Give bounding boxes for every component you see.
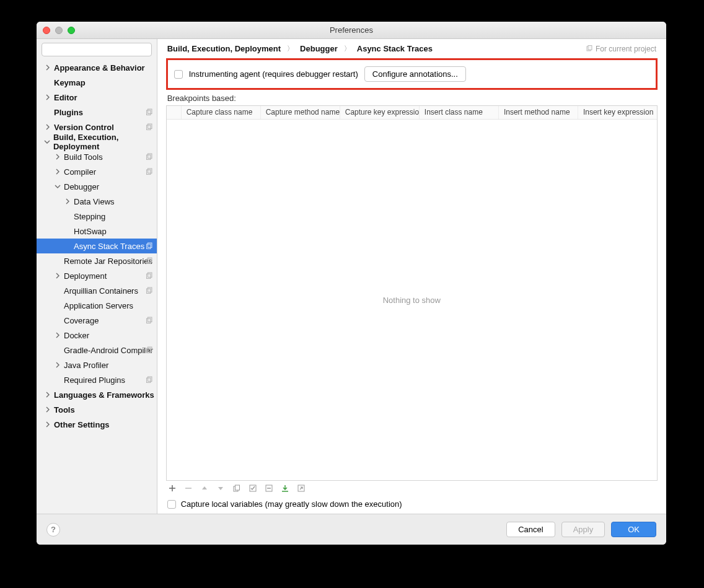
chevron-right-icon[interactable] xyxy=(54,168,61,175)
sidebar-item-label: Stepping xyxy=(74,212,105,221)
remove-icon[interactable] xyxy=(183,483,193,493)
chevron-right-icon[interactable] xyxy=(44,421,51,428)
chevron-right-icon[interactable] xyxy=(44,64,51,71)
sidebar-item-label: Languages & Frameworks xyxy=(54,390,154,400)
sidebar-item-deployment[interactable]: Deployment xyxy=(37,268,157,283)
sidebar-item-data-views[interactable]: Data Views xyxy=(37,194,157,209)
svg-rect-19 xyxy=(147,317,152,322)
sidebar-item-languages-frameworks[interactable]: Languages & Frameworks xyxy=(37,387,157,402)
sidebar-item-application-servers[interactable]: Application Servers xyxy=(37,298,157,313)
sidebar-item-label: Docker xyxy=(64,331,89,340)
sidebar-item-label: Async Stack Traces xyxy=(74,242,144,251)
help-button[interactable]: ? xyxy=(46,523,60,537)
chevron-none xyxy=(54,257,61,265)
sidebar-item-plugins[interactable]: Plugins xyxy=(37,105,157,120)
chevron-down-icon[interactable] xyxy=(54,183,61,190)
chevron-down-icon[interactable] xyxy=(44,138,51,146)
chevron-none xyxy=(44,108,51,116)
sidebar-item-label: Coverage xyxy=(64,316,99,325)
sidebar-item-label: Arquillian Containers xyxy=(64,286,138,296)
sidebar-item-editor[interactable]: Editor xyxy=(37,90,157,105)
enable-icon[interactable] xyxy=(248,483,258,493)
table-column-2[interactable]: Capture key expression xyxy=(340,106,420,119)
ok-button[interactable]: OK xyxy=(611,522,656,537)
breadcrumb-debugger[interactable]: Debugger xyxy=(300,44,338,53)
breakpoints-label: Breakpoints based: xyxy=(157,92,666,104)
project-scope-icon xyxy=(146,153,153,160)
svg-rect-27 xyxy=(235,485,239,490)
sidebar-item-label: Remote Jar Repositories xyxy=(64,257,152,266)
svg-rect-3 xyxy=(147,109,152,114)
sidebar-item-build-tools[interactable]: Build Tools xyxy=(37,149,157,164)
sidebar-item-compiler[interactable]: Compiler xyxy=(37,164,157,179)
table-column-0[interactable]: Capture class name xyxy=(182,106,261,119)
window-controls xyxy=(37,27,75,34)
svg-rect-21 xyxy=(147,347,152,352)
svg-rect-5 xyxy=(147,124,152,129)
import-icon[interactable] xyxy=(280,483,290,493)
add-icon[interactable] xyxy=(167,483,177,493)
table-column-5[interactable]: Insert key expression xyxy=(578,106,657,119)
chevron-right-icon[interactable] xyxy=(44,391,51,398)
sidebar-item-label: Build, Execution, Deployment xyxy=(53,133,157,151)
chevron-right-icon[interactable] xyxy=(54,361,61,369)
configure-annotations-button[interactable]: Configure annotations... xyxy=(364,66,466,82)
chevron-right-icon[interactable] xyxy=(44,94,51,101)
project-scope-icon xyxy=(146,346,153,354)
settings-tree: Appearance & BehaviorKeymapEditorPlugins… xyxy=(37,60,157,514)
zoom-window-button[interactable] xyxy=(68,27,75,34)
move-up-icon[interactable] xyxy=(200,483,209,493)
svg-rect-11 xyxy=(147,243,152,248)
sidebar-item-label: Deployment xyxy=(64,271,107,281)
close-window-button[interactable] xyxy=(43,27,50,34)
chevron-right-icon: 〉 xyxy=(344,44,351,53)
breakpoints-table: Capture class name Capture method name C… xyxy=(166,105,658,481)
sidebar-item-remote-jar-repositories[interactable]: Remote Jar Repositories xyxy=(37,253,157,268)
sidebar-item-tools[interactable]: Tools xyxy=(37,402,157,417)
sidebar-item-coverage[interactable]: Coverage xyxy=(37,313,157,328)
sidebar-item-gradle-android-compiler[interactable]: Gradle-Android Compiler xyxy=(37,343,157,358)
export-icon[interactable] xyxy=(296,483,306,493)
project-scope-icon xyxy=(146,242,153,250)
table-column-4[interactable]: Insert method name xyxy=(499,106,578,119)
apply-button[interactable]: Apply xyxy=(561,522,605,537)
move-down-icon[interactable] xyxy=(216,483,226,493)
copy-icon[interactable] xyxy=(232,483,242,493)
sidebar-item-appearance-behavior[interactable]: Appearance & Behavior xyxy=(37,60,157,75)
sidebar-item-debugger[interactable]: Debugger xyxy=(37,179,157,194)
sidebar-item-label: Data Views xyxy=(74,197,115,206)
minimize-window-button[interactable] xyxy=(55,27,63,34)
sidebar-item-docker[interactable]: Docker xyxy=(37,328,157,343)
table-column-3[interactable]: Insert class name xyxy=(420,106,499,119)
cancel-button[interactable]: Cancel xyxy=(506,522,555,537)
sidebar-item-stepping[interactable]: Stepping xyxy=(37,209,157,224)
chevron-right-icon[interactable] xyxy=(64,198,71,205)
sidebar-item-async-stack-traces[interactable]: Async Stack Traces xyxy=(37,239,157,253)
sidebar-item-label: Java Profiler xyxy=(64,361,108,370)
project-scope-icon xyxy=(146,287,153,294)
chevron-right-icon[interactable] xyxy=(54,331,61,339)
chevron-right-icon[interactable] xyxy=(54,272,61,279)
table-column-1[interactable]: Capture method name xyxy=(261,106,340,119)
search-input[interactable] xyxy=(42,43,152,56)
chevron-right-icon[interactable] xyxy=(54,153,61,160)
sidebar-item-hotswap[interactable]: HotSwap xyxy=(37,224,157,239)
sidebar-item-arquillian-containers[interactable]: Arquillian Containers xyxy=(37,283,157,298)
disable-icon[interactable] xyxy=(264,483,274,493)
sidebar-item-keymap[interactable]: Keymap xyxy=(37,75,157,90)
sidebar-item-required-plugins[interactable]: Required Plugins xyxy=(37,372,157,387)
table-toolbar xyxy=(157,481,666,496)
sidebar-item-other-settings[interactable]: Other Settings xyxy=(37,417,157,432)
breadcrumb-build[interactable]: Build, Execution, Deployment xyxy=(167,44,281,53)
chevron-right-icon[interactable] xyxy=(44,123,51,131)
chevron-right-icon[interactable] xyxy=(44,406,51,413)
table-checkbox-column xyxy=(167,106,182,119)
sidebar-item-build-execution-deployment[interactable]: Build, Execution, Deployment xyxy=(37,134,157,149)
capture-local-checkbox[interactable] xyxy=(167,500,176,509)
instrumenting-agent-checkbox[interactable] xyxy=(174,70,183,79)
sidebar-item-label: Tools xyxy=(54,405,75,415)
chevron-none xyxy=(54,302,61,309)
project-scope-icon xyxy=(146,317,153,324)
sidebar-item-java-profiler[interactable]: Java Profiler xyxy=(37,358,157,372)
sidebar-item-label: Plugins xyxy=(54,108,83,117)
